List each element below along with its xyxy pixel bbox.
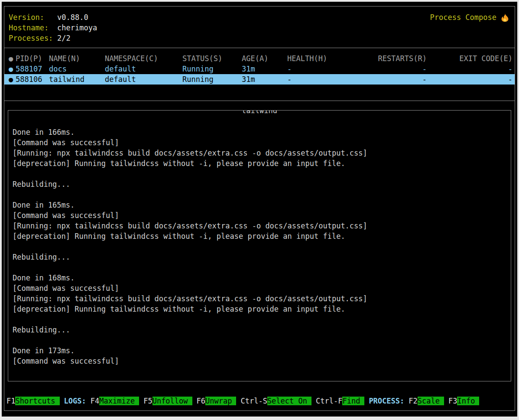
processes-value: 2/2	[57, 33, 71, 43]
shortcut-key: F4	[91, 397, 99, 405]
cell-restarts: -	[374, 64, 427, 74]
log-line: [Running: npx tailwindcss build docs/ass…	[13, 293, 506, 304]
cell-age: 31m	[242, 74, 287, 85]
log-line: [Command was successful]	[13, 283, 506, 293]
log-line	[13, 241, 506, 252]
cell-status: Running	[182, 64, 242, 74]
shortcut-key: F6	[197, 397, 205, 405]
log-line	[13, 314, 506, 325]
shortcut-label: Find	[342, 397, 364, 405]
column-exit-code: EXIT CODE(E)	[427, 53, 515, 64]
shortcut-f6-unwrap[interactable]: F6Unwrap	[197, 396, 237, 406]
shortcut-f4-maximize[interactable]: F4Maximize	[91, 396, 139, 406]
log-line: [deprecation] Running tailwindcss withou…	[13, 231, 506, 241]
cell-pid: 588106	[16, 74, 49, 85]
process-row-docs[interactable]: ● 588107 docs default Running 31m - - -	[4, 64, 515, 74]
footer-section-process: PROCESS:	[369, 396, 404, 406]
status-bullet-icon: ●	[9, 64, 16, 74]
processes-row: Processes: 2/2	[9, 33, 97, 43]
shortcut-label: Unfollow	[152, 397, 192, 405]
shortcut-key: Ctrl-S	[240, 397, 267, 405]
log-line	[13, 117, 506, 127]
cell-name: docs	[49, 64, 105, 74]
shortcut-ctrl-f-find[interactable]: Ctrl-FFind	[316, 396, 364, 406]
shortcut-label: Unwrap	[205, 397, 236, 405]
cell-age: 31m	[242, 64, 287, 74]
log-line: Rebuilding...	[13, 325, 506, 335]
shortcut-ctrl-s-select[interactable]: Ctrl-SSelect On	[240, 396, 311, 406]
column-namespace: NAMESPACE(C)	[105, 53, 182, 64]
log-line: [Running: npx tailwindcss build docs/ass…	[13, 148, 506, 158]
column-age: AGE(A)	[242, 53, 287, 64]
shortcut-label: Maximize	[99, 397, 139, 405]
log-line: Done in 173ms.	[13, 345, 506, 356]
shortcut-f5-unfollow[interactable]: F5Unfollow	[143, 396, 192, 406]
version-row: Version: v0.88.0	[9, 12, 97, 23]
process-table: ● PID(P) NAME(N) NAMESPACE(C) STATUS(S) …	[4, 48, 515, 101]
hostname-row: Hostname: cherimoya	[9, 23, 97, 33]
log-line: Rebuilding...	[13, 252, 506, 262]
process-compose-app: Version: v0.88.0 Hostname: cherimoya Pro…	[4, 6, 515, 411]
status-bullet-icon: ●	[9, 74, 16, 85]
log-line: [Command was successful]	[13, 137, 506, 148]
shortcut-label: Select On	[267, 397, 311, 405]
terminal-window: Version: v0.88.0 Hostname: cherimoya Pro…	[2, 2, 517, 417]
processes-label: Processes:	[9, 33, 57, 43]
system-info: Version: v0.88.0 Hostname: cherimoya Pro…	[9, 12, 97, 43]
shortcut-label: Scale	[418, 397, 444, 405]
log-line	[13, 262, 506, 273]
cell-namespace: default	[105, 64, 182, 74]
header-section: Version: v0.88.0 Hostname: cherimoya Pro…	[4, 7, 515, 48]
column-health: HEALTH(H)	[287, 53, 374, 64]
footer-section-logs: LOGS:	[64, 396, 86, 406]
hostname-label: Hostname:	[9, 23, 57, 33]
log-line: [Command was successful]	[13, 210, 506, 221]
log-line	[13, 189, 506, 200]
shortcut-f1-shortcuts[interactable]: F1Shortcuts	[6, 396, 60, 406]
cell-health: -	[287, 74, 374, 85]
column-restarts: RESTARTS(R)	[374, 53, 427, 64]
version-label: Version:	[9, 12, 57, 23]
version-value: v0.88.0	[57, 12, 88, 23]
shortcut-f2-scale[interactable]: F2Scale	[409, 396, 444, 406]
log-panel-title: tailwind	[242, 110, 277, 116]
cell-pid: 588107	[16, 64, 49, 74]
log-line: Done in 165ms.	[13, 200, 506, 210]
table-header-row: ● PID(P) NAME(N) NAMESPACE(C) STATUS(S) …	[4, 53, 515, 64]
shortcut-key: F2	[409, 397, 417, 405]
process-row-tailwind[interactable]: ● 588106 tailwind default Running 31m - …	[4, 74, 515, 85]
shortcut-label: Shortcuts	[15, 397, 59, 405]
column-pid: PID(P)	[16, 53, 49, 64]
cell-name: tailwind	[49, 74, 105, 85]
shortcut-f3-info[interactable]: F3Info	[448, 396, 479, 406]
shortcut-key: F5	[143, 397, 152, 405]
log-line: Done in 168ms.	[13, 273, 506, 283]
column-name: NAME(N)	[49, 53, 105, 64]
shortcut-key: F1	[6, 397, 15, 405]
cell-restarts: -	[374, 74, 427, 85]
hostname-value: cherimoya	[57, 23, 97, 33]
cell-exit-code: -	[427, 74, 515, 85]
log-line: Rebuilding...	[13, 179, 506, 189]
app-title: Process Compose	[430, 12, 509, 23]
app-title-text: Process Compose	[430, 12, 496, 23]
shortcut-key: F3	[448, 397, 457, 405]
cell-status: Running	[182, 74, 242, 85]
log-line: [deprecation] Running tailwindcss withou…	[13, 304, 506, 314]
log-panel[interactable]: tailwind Done in 166ms. [Command was suc…	[8, 110, 511, 381]
cell-exit-code: -	[427, 64, 515, 74]
shortcut-key: Ctrl-F	[316, 397, 342, 405]
log-line: Done in 166ms.	[13, 127, 506, 137]
log-line	[13, 335, 506, 345]
log-section: tailwind Done in 166ms. [Command was suc…	[4, 101, 515, 391]
shortcut-label: Info	[457, 397, 479, 405]
log-line	[13, 169, 506, 179]
log-line: [deprecation] Running tailwindcss withou…	[13, 158, 506, 169]
bullet-icon: ●	[9, 53, 16, 64]
shortcut-bar: F1Shortcuts LOGS: F4Maximize F5Unfollow …	[4, 391, 515, 410]
cell-namespace: default	[105, 74, 182, 85]
log-line: [Command was successful]	[13, 356, 506, 366]
log-lines: Done in 166ms. [Command was successful] …	[13, 117, 506, 366]
log-line: [Running: npx tailwindcss build docs/ass…	[13, 221, 506, 231]
cell-health: -	[287, 64, 374, 74]
